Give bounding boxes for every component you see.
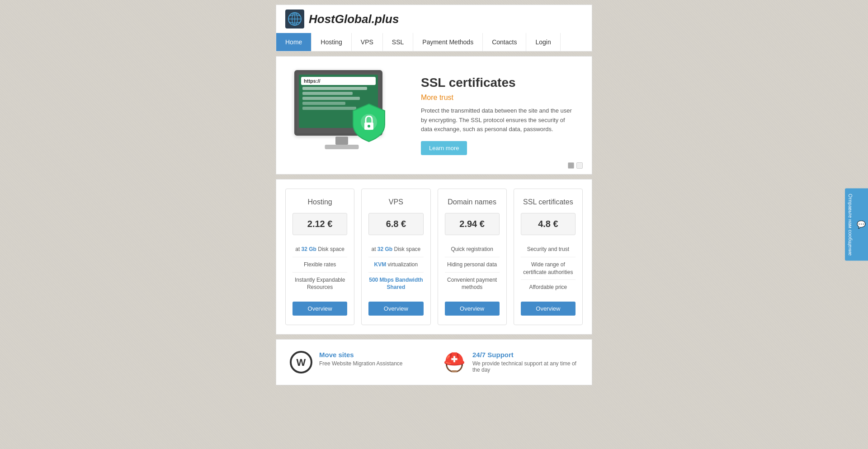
banner-image: https://: [294, 70, 403, 161]
support-helmet-icon: ⛑️: [443, 351, 466, 373]
dot-1[interactable]: [568, 162, 574, 169]
nav-login[interactable]: Login: [526, 33, 560, 51]
banner-description: Protect the transmitted data between the…: [421, 106, 574, 134]
banner-subtitle: More trust: [421, 94, 574, 102]
nav-ssl[interactable]: SSL: [383, 33, 413, 51]
pricing-vps-title: VPS: [368, 198, 423, 206]
pricing-domain-feature-3: Convenient payment methods: [445, 273, 500, 295]
pricing-domain-price: 2.94 €: [445, 213, 500, 235]
pricing-vps-feature-1: at 32 Gb Disk space: [368, 242, 423, 257]
vps-overview-button[interactable]: Overview: [368, 302, 423, 316]
pricing-card-ssl: SSL certificates 4.8 € Security and trus…: [514, 189, 583, 325]
header: HostGlobal.plus: [276, 5, 592, 33]
domain-overview-button[interactable]: Overview: [445, 302, 500, 316]
pricing-hosting-feature-1: at 32 Gb Disk space: [292, 242, 347, 257]
shield-icon: [351, 102, 387, 142]
pricing-card-domain: Domain names 2.94 € Quick registration H…: [438, 189, 507, 325]
nav-hosting[interactable]: Hosting: [311, 33, 351, 51]
pricing-grid: Hosting 2.12 € at 32 Gb Disk space Flexi…: [285, 189, 583, 325]
pricing-hosting-title: Hosting: [292, 198, 347, 206]
navbar: Home Hosting VPS SSL Payment Methods Con…: [276, 33, 592, 52]
bottom-item-support: ⛑️ 24/7 Support We provide technical sup…: [443, 351, 578, 373]
bottom-item-migration: W Move sites Free Website Migration Assi…: [290, 351, 425, 373]
pricing-domain-feature-1: Quick registration: [445, 242, 500, 257]
pricing-ssl-price: 4.8 €: [521, 213, 576, 235]
nav-contacts[interactable]: Contacts: [483, 33, 526, 51]
logo-text: HostGlobal.plus: [309, 12, 399, 26]
svg-point-7: [368, 125, 370, 128]
nav-home[interactable]: Home: [276, 33, 311, 51]
pricing-ssl-title: SSL certificates: [521, 198, 576, 206]
bottom-item-support-text: 24/7 Support We provide technical suppor…: [472, 351, 578, 373]
pricing-card-vps: VPS 6.8 € at 32 Gb Disk space KVM virtua…: [361, 189, 430, 325]
wordpress-icon: W: [290, 351, 312, 373]
learn-more-button[interactable]: Learn more: [421, 141, 467, 155]
pricing-domain-title: Domain names: [445, 198, 500, 206]
banner-section: https://: [276, 56, 592, 175]
hosting-overview-button[interactable]: Overview: [292, 302, 347, 316]
pricing-vps-feature-2: KVM virtualization: [368, 257, 423, 273]
support-desc: We provide technical support at any time…: [472, 360, 578, 373]
dot-2[interactable]: [576, 162, 583, 169]
bottom-item-migration-text: Move sites Free Website Migration Assist…: [319, 351, 403, 367]
live-chat-label: Отправьте нам сообщение: [848, 194, 853, 255]
pricing-card-hosting: Hosting 2.12 € at 32 Gb Disk space Flexi…: [285, 189, 354, 325]
pricing-hosting-feature-2: Flexible rates: [292, 257, 347, 273]
migration-title: Move sites: [319, 351, 403, 359]
banner-text: SSL certificates More trust Protect the …: [421, 76, 574, 155]
pricing-vps-feature-3: 500 Mbps Bandwidth Shared: [368, 273, 423, 295]
svg-text:W: W: [297, 357, 306, 368]
banner-title: SSL certificates: [421, 76, 574, 90]
pricing-hosting-feature-3: Instantly Expandable Resources: [292, 273, 347, 295]
nav-payment-methods[interactable]: Payment Methods: [413, 33, 483, 51]
pricing-ssl-feature-2: Wide range of certificate authorities: [521, 257, 576, 280]
nav-vps[interactable]: VPS: [352, 33, 383, 51]
ssl-overview-button[interactable]: Overview: [521, 302, 576, 316]
pricing-hosting-price: 2.12 €: [292, 213, 347, 235]
pricing-section: Hosting 2.12 € at 32 Gb Disk space Flexi…: [276, 179, 592, 335]
logo-icon: [285, 9, 304, 28]
pricing-vps-price: 6.8 €: [368, 213, 423, 235]
pricing-domain-feature-2: Hiding personal data: [445, 257, 500, 273]
pricing-ssl-feature-3: Affordable price: [521, 280, 576, 295]
banner-dots: [568, 162, 583, 169]
pricing-ssl-feature-1: Security and trust: [521, 242, 576, 257]
chat-icon: 💬: [857, 220, 865, 229]
migration-desc: Free Website Migration Assistance: [319, 360, 403, 367]
bottom-section: W Move sites Free Website Migration Assi…: [276, 339, 592, 385]
live-chat-widget[interactable]: 💬 Отправьте нам сообщение: [845, 188, 868, 261]
support-title: 24/7 Support: [472, 351, 578, 359]
